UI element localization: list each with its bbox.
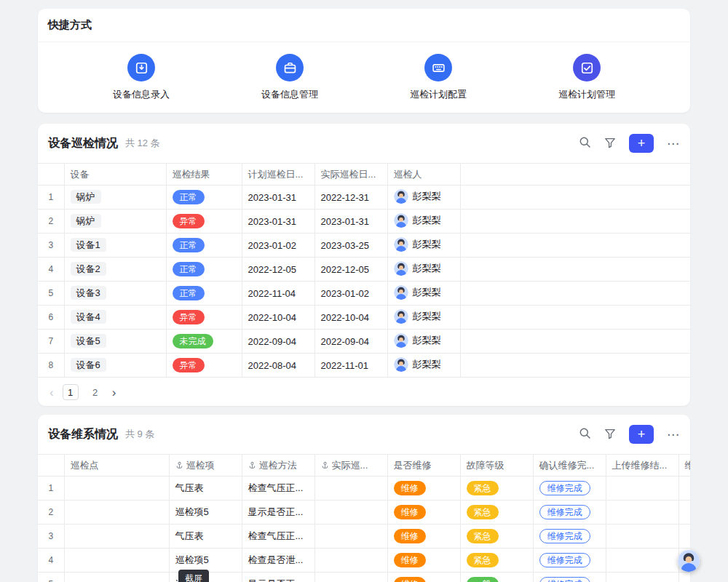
device-cell[interactable]: 设备6: [64, 354, 166, 378]
table-row[interactable]: 2巡检项5显示是否正...维修紧急维修完成: [38, 501, 690, 525]
row-number[interactable]: 8: [38, 354, 64, 378]
device-cell[interactable]: 设备1: [64, 234, 166, 258]
result-cell[interactable]: 未完成: [166, 330, 242, 354]
method-cell[interactable]: 显示是否正...: [242, 501, 314, 525]
confirm-cell[interactable]: 维修完成: [533, 477, 606, 501]
repair-cell[interactable]: 维修: [387, 525, 460, 549]
confirm-cell[interactable]: 维修完成: [533, 573, 606, 582]
row-number[interactable]: 5: [38, 282, 64, 306]
inspector-cell[interactable]: 彭梨梨: [387, 258, 460, 282]
row-number[interactable]: 5: [38, 573, 64, 582]
column-header[interactable]: 巡检项: [169, 455, 242, 477]
row-number[interactable]: 2: [38, 501, 64, 525]
device-cell[interactable]: 设备2: [64, 258, 166, 282]
item-cell[interactable]: 巡检项5: [169, 549, 242, 573]
table-row[interactable]: 6设备4异常2022-10-042022-10-04彭梨梨: [38, 306, 690, 330]
method-cell[interactable]: 检查气压正...: [242, 525, 314, 549]
device-cell[interactable]: 锅炉: [64, 210, 166, 234]
confirm-repair-button[interactable]: 维修完成: [539, 577, 590, 582]
page-button-1[interactable]: 1: [63, 384, 79, 400]
next-page-button[interactable]: ›: [112, 386, 116, 399]
repair-cell[interactable]: 维修: [387, 501, 460, 525]
shortcut-3[interactable]: 巡检计划配置: [364, 54, 513, 101]
row-number[interactable]: 1: [38, 186, 64, 210]
result-cell[interactable]: 正常: [166, 282, 242, 306]
confirm-cell[interactable]: 维修完成: [533, 501, 606, 525]
method-cell[interactable]: 检查是否泄...: [242, 549, 314, 573]
actual-date-cell[interactable]: 2022-09-04: [314, 330, 387, 354]
add-record-button[interactable]: +: [629, 425, 654, 444]
table-row[interactable]: 1气压表检查气压正...维修紧急维修完成: [38, 477, 690, 501]
table-row[interactable]: 4巡检项5检查是否泄...维修紧急维修完成: [38, 549, 690, 573]
filter-button[interactable]: [604, 428, 616, 442]
column-header[interactable]: 确认维修完...: [533, 455, 606, 477]
item-cell[interactable]: 巡检项5: [169, 501, 242, 525]
shortcut-4[interactable]: 巡检计划管理: [513, 54, 661, 101]
inspector-cell[interactable]: 彭梨梨: [387, 234, 460, 258]
item-cell[interactable]: 气压表: [169, 477, 242, 501]
result-cell[interactable]: 异常: [166, 210, 242, 234]
column-header[interactable]: 维: [678, 455, 690, 477]
upload-cell[interactable]: [606, 477, 678, 501]
actual-date-cell[interactable]: 2022-12-05: [314, 258, 387, 282]
page-button-2[interactable]: 2: [87, 384, 103, 400]
point-cell[interactable]: [64, 525, 169, 549]
row-number-header[interactable]: [38, 164, 64, 186]
result-cell[interactable]: 正常: [166, 258, 242, 282]
repair-cell[interactable]: 维修: [387, 573, 460, 582]
result-cell[interactable]: 异常: [166, 306, 242, 330]
column-header[interactable]: 实际巡检日...: [314, 164, 387, 186]
actual-cell[interactable]: [314, 501, 387, 525]
result-cell[interactable]: 正常: [166, 186, 242, 210]
row-number[interactable]: 4: [38, 549, 64, 573]
severity-cell[interactable]: 紧急: [460, 525, 533, 549]
plan-date-cell[interactable]: 2023-01-31: [242, 210, 314, 234]
column-header[interactable]: 实际巡...: [314, 455, 387, 477]
actual-date-cell[interactable]: 2023-03-25: [314, 234, 387, 258]
confirm-cell[interactable]: 维修完成: [533, 525, 606, 549]
row-number[interactable]: 3: [38, 234, 64, 258]
column-header[interactable]: 设备: [64, 164, 166, 186]
column-header[interactable]: 巡检点: [64, 455, 169, 477]
repair-cell[interactable]: 维修: [387, 549, 460, 573]
search-button[interactable]: [579, 427, 591, 442]
inspector-cell[interactable]: 彭梨梨: [387, 306, 460, 330]
row-number[interactable]: 3: [38, 525, 64, 549]
severity-cell[interactable]: 紧急: [460, 501, 533, 525]
actual-date-cell[interactable]: 2022-11-01: [314, 354, 387, 378]
inspector-cell[interactable]: 彭梨梨: [387, 186, 460, 210]
prev-page-button[interactable]: ‹: [50, 386, 54, 399]
row-number[interactable]: 7: [38, 330, 64, 354]
more-button[interactable]: ⋯: [667, 427, 680, 442]
repair-cell[interactable]: 维修: [387, 477, 460, 501]
actual-cell[interactable]: [314, 573, 387, 582]
column-header[interactable]: 巡检方法: [242, 455, 314, 477]
row-number[interactable]: 1: [38, 477, 64, 501]
table-row[interactable]: 1锅炉正常2023-01-312022-12-31彭梨梨: [38, 186, 690, 210]
device-cell[interactable]: 设备4: [64, 306, 166, 330]
plan-date-cell[interactable]: 2022-10-04: [242, 306, 314, 330]
plan-date-cell[interactable]: 2023-01-02: [242, 234, 314, 258]
confirm-cell[interactable]: 维修完成: [533, 549, 606, 573]
confirm-repair-button[interactable]: 维修完成: [539, 481, 590, 495]
plan-date-cell[interactable]: 2022-08-04: [242, 354, 314, 378]
severity-cell[interactable]: 一般: [460, 573, 533, 582]
column-header[interactable]: 故障等级: [460, 455, 533, 477]
plan-date-cell[interactable]: 2022-09-04: [242, 330, 314, 354]
table-row[interactable]: 4设备2正常2022-12-052022-12-05彭梨梨: [38, 258, 690, 282]
actual-cell[interactable]: [314, 477, 387, 501]
row-number[interactable]: 6: [38, 306, 64, 330]
actual-date-cell[interactable]: 2023-01-31: [314, 210, 387, 234]
severity-cell[interactable]: 紧急: [460, 477, 533, 501]
search-button[interactable]: [579, 136, 591, 151]
table-row[interactable]: 7设备5未完成2022-09-042022-09-04彭梨梨: [38, 330, 690, 354]
actual-cell[interactable]: [314, 525, 387, 549]
column-header[interactable]: 上传维修结...: [606, 455, 678, 477]
table-row[interactable]: 2锅炉异常2023-01-312023-01-31彭梨梨: [38, 210, 690, 234]
point-cell[interactable]: [64, 573, 169, 582]
shortcut-1[interactable]: 设备信息录入: [67, 54, 215, 101]
confirm-repair-button[interactable]: 维修完成: [539, 553, 590, 567]
row-number[interactable]: 2: [38, 210, 64, 234]
column-header[interactable]: 计划巡检日...: [242, 164, 314, 186]
result-cell[interactable]: 正常: [166, 234, 242, 258]
